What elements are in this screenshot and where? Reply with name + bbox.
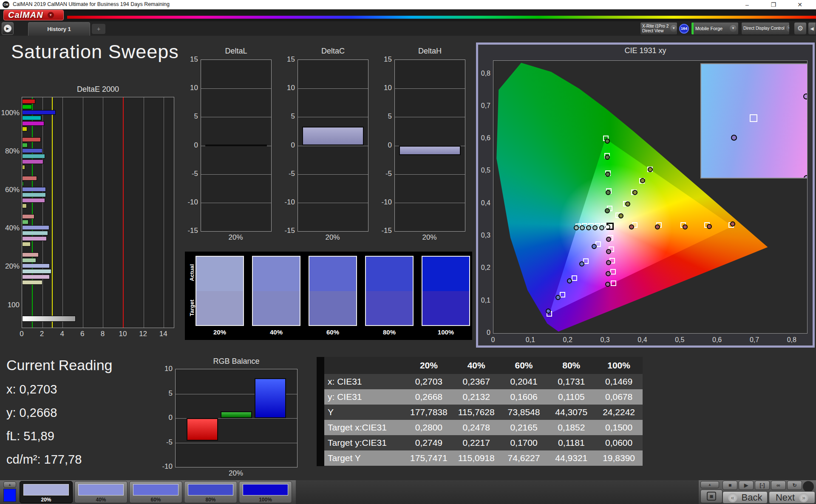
table-cell: 115,0918: [453, 453, 500, 463]
current-reading-title: Current Reading: [6, 357, 112, 374]
x-tick-label: 6: [76, 330, 89, 338]
gridline: [164, 97, 164, 328]
next-button[interactable]: Next »: [769, 491, 815, 504]
x-tick-label: 2: [36, 330, 48, 338]
table-cell: 0,1731: [547, 377, 595, 387]
meter-dropdown[interactable]: X-Rite i1Pro 2 Direct View ▼: [640, 22, 677, 35]
table-cell: 44,9321: [547, 453, 595, 463]
y-tick-label: -5: [280, 170, 295, 178]
cie-measured-green-sweep: [606, 190, 611, 195]
row-label: Target y:CIE31: [324, 438, 405, 448]
table-cell: 0,2668: [405, 392, 453, 402]
inset-edge-circle: [803, 93, 808, 99]
deltae-bar-blue: [22, 110, 56, 115]
collapse-transport-button[interactable]: ▲: [700, 481, 719, 488]
cie-measured-red-sweep: [683, 224, 688, 229]
reference-line: [32, 97, 33, 328]
results-table: 20%40%60%80%100%x: CIE310,27030,23670,20…: [317, 357, 643, 466]
minimize-button[interactable]: –: [739, 1, 756, 8]
swatch-actual: [422, 257, 469, 291]
tab-history-1[interactable]: History 1: [28, 22, 90, 36]
inset-measured-circle: [731, 135, 737, 141]
gridline: [144, 97, 144, 328]
deltae-bar-red: [22, 137, 41, 142]
patch-label: 40%: [75, 497, 127, 503]
settings-button[interactable]: ⚙: [794, 22, 807, 35]
bar-deltaC: [302, 127, 364, 145]
patch-color: [133, 484, 178, 496]
swatch-label: 40%: [252, 328, 300, 336]
cie-x-tick: 0,4: [634, 336, 651, 344]
close-button[interactable]: ✕: [791, 1, 808, 8]
patch-button-60%[interactable]: 60%: [129, 481, 182, 503]
window-titlebar: CM CalMAN 2019 CalMAN Ultimate for Busin…: [0, 0, 816, 9]
gridline: [395, 203, 465, 203]
swatch-target: [309, 291, 356, 326]
deltae-bar-green: [22, 143, 28, 147]
refresh-button[interactable]: ↻: [787, 481, 802, 490]
patch-label: 100%: [239, 497, 292, 503]
table-cell: 115,7628: [453, 407, 500, 417]
y-tick-label: 10: [377, 84, 392, 92]
table-cell: 73,8548: [500, 407, 548, 417]
window-title: CalMAN 2019 CalMAN Ultimate for Business…: [13, 1, 170, 7]
cie-y-tick: 0: [477, 329, 490, 337]
table-row: y: CIE310,26680,21320,16060,11050,0678: [324, 389, 643, 405]
pattern-window-button[interactable]: ■: [700, 490, 722, 503]
deltae-bar-red: [22, 252, 39, 257]
patch-button-20%[interactable]: 20%: [20, 481, 73, 503]
swatch-actual: [366, 257, 413, 291]
x-axis-label: 20%: [298, 233, 368, 242]
table-cell: 0,1105: [547, 392, 595, 402]
stop-button[interactable]: ■: [722, 481, 737, 490]
deltae-bar-red: [22, 176, 37, 181]
deltae-bar-magenta: [22, 121, 44, 126]
swatch-actual: [196, 257, 243, 291]
table-cell: 0,2800: [405, 422, 453, 433]
collapse-panel-button[interactable]: ◀: [808, 22, 816, 35]
row-label: y: CIE31: [324, 392, 405, 402]
table-cell: 0,2041: [500, 377, 548, 387]
play-button[interactable]: ▶: [739, 481, 754, 490]
gridline: [201, 117, 271, 117]
patch-button-40%[interactable]: 40%: [74, 481, 128, 503]
patch-button-100%[interactable]: 100%: [239, 481, 292, 503]
table-edge-strip: [317, 357, 324, 466]
source-dropdown[interactable]: Mobile Forge ▼: [691, 22, 739, 35]
table-cell: 0,1181: [547, 438, 595, 448]
swatch-100%: [422, 256, 470, 326]
gridline: [42, 97, 43, 328]
swatch-actual: [253, 257, 300, 291]
loop-button[interactable]: ∞: [771, 481, 786, 490]
swatch-label: 80%: [365, 328, 414, 336]
x-axis-label: 20%: [201, 233, 271, 242]
gridline: [395, 174, 465, 175]
y-tick-label: 5: [377, 112, 392, 121]
patch-button-80%[interactable]: 80%: [184, 481, 237, 503]
table-cell: 0,0600: [595, 438, 643, 448]
y-tick-label: 80%: [0, 147, 20, 156]
back-button[interactable]: « Back: [722, 491, 768, 504]
table-row: x: CIE310,27030,23670,20410,17310,1469: [324, 374, 643, 389]
deltae-bar-blue: [22, 187, 46, 192]
y-tick-label: 15: [183, 55, 198, 64]
calman-logo: CalMAN: [8, 10, 43, 20]
stop-icon: ■: [707, 492, 716, 501]
y-tick-label: -5: [157, 438, 173, 447]
maximize-button[interactable]: ❐: [765, 1, 782, 8]
table-cell: 19,8390: [595, 453, 643, 463]
cie-x-tick: 0,8: [783, 336, 800, 344]
reading-cdm2: cd/m²: 177,78: [6, 453, 82, 467]
table-row: Y177,7838115,762873,854844,307524,2242: [324, 405, 643, 420]
y-tick-label: 100%: [0, 109, 20, 117]
add-tab-button[interactable]: +: [92, 24, 105, 34]
bar-Blue: [255, 378, 286, 418]
layout-nav-button[interactable]: ▶: [2, 22, 14, 35]
calman-menu-button[interactable]: CalMAN ▼: [3, 10, 64, 20]
cie-y-tick: 0,6: [477, 134, 490, 142]
display-control-dropdown[interactable]: Direct Display Control ▼: [741, 22, 790, 35]
range-button[interactable]: [-]: [755, 481, 770, 490]
column-header: 20%: [405, 360, 453, 371]
deltae2000-title: DeltaE 2000: [22, 85, 174, 94]
collapse-patches-button[interactable]: ▲: [3, 481, 16, 488]
